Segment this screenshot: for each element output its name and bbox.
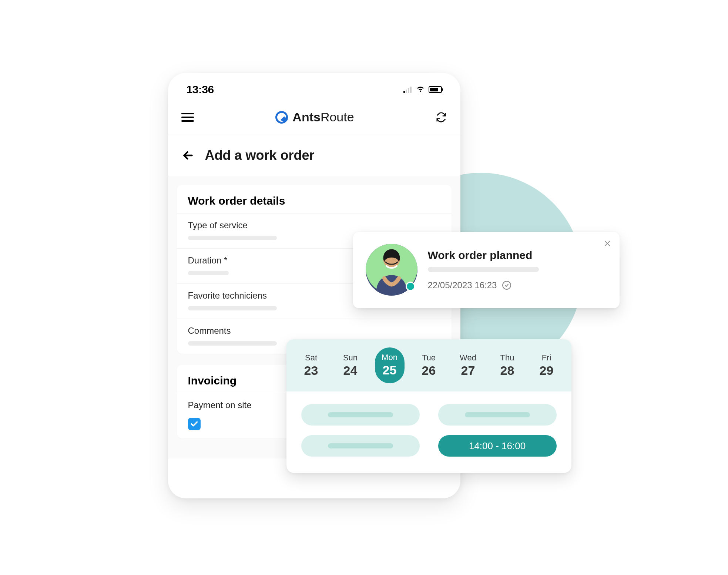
page-title: Add a work order xyxy=(205,148,315,163)
wifi-icon xyxy=(416,85,425,94)
notification-title: Work order planned xyxy=(428,249,607,262)
menu-icon[interactable] xyxy=(181,113,194,122)
placeholder-bar xyxy=(188,341,277,346)
time-slot-selected[interactable]: 14:00 - 16:00 xyxy=(438,435,557,457)
notification-timestamp: 22/05/2023 16:23 xyxy=(428,280,497,290)
day-tue[interactable]: Tue 26 xyxy=(414,349,444,381)
placeholder-bar xyxy=(188,306,277,310)
placeholder-bar xyxy=(188,271,229,275)
time-slot[interactable] xyxy=(301,404,420,426)
field-label: Type of service xyxy=(188,220,440,231)
day-fri[interactable]: Fri 29 xyxy=(532,349,561,381)
scheduler-card: Sat 23 Sun 24 Mon 25 Tue 26 Wed 27 Thu 2… xyxy=(286,339,571,473)
clock: 13:36 xyxy=(187,83,214,96)
presence-indicator xyxy=(406,282,415,291)
time-slot[interactable] xyxy=(301,435,420,457)
refresh-icon[interactable] xyxy=(436,112,447,123)
signal-icon xyxy=(403,86,412,93)
page-header: Add a work order xyxy=(168,135,460,176)
day-thu[interactable]: Thu 28 xyxy=(493,349,522,381)
brand-logo: AntsRoute xyxy=(275,110,354,124)
time-slot[interactable] xyxy=(438,404,557,426)
app-bar: AntsRoute xyxy=(168,102,460,135)
day-wed[interactable]: Wed 27 xyxy=(453,349,483,381)
technician-avatar xyxy=(366,244,417,296)
day-strip: Sat 23 Sun 24 Mon 25 Tue 26 Wed 27 Thu 2… xyxy=(286,339,571,391)
payment-checkbox[interactable] xyxy=(188,418,201,430)
close-icon[interactable] xyxy=(603,239,611,248)
check-circle-icon xyxy=(502,280,511,290)
placeholder-bar xyxy=(428,267,539,272)
notification-card: Work order planned 22/05/2023 16:23 xyxy=(353,232,620,308)
status-bar: 13:36 xyxy=(168,73,460,102)
field-label: Comments xyxy=(188,326,440,336)
svg-point-2 xyxy=(503,281,511,289)
battery-icon xyxy=(429,86,442,93)
placeholder-bar xyxy=(188,236,277,240)
back-icon[interactable] xyxy=(181,149,195,162)
day-sat[interactable]: Sat 23 xyxy=(296,349,326,381)
day-mon[interactable]: Mon 25 xyxy=(375,347,405,383)
day-sun[interactable]: Sun 24 xyxy=(336,349,365,381)
card-title-details: Work order details xyxy=(177,185,452,213)
